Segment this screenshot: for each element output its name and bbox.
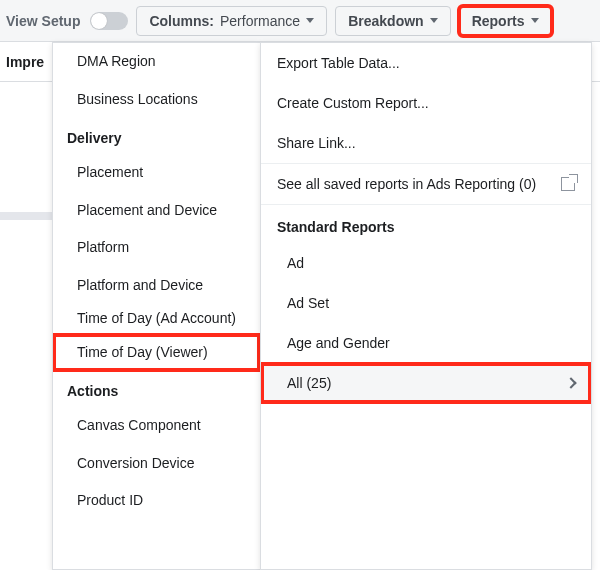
columns-dropdown[interactable]: Columns: Performance bbox=[136, 6, 327, 36]
label: Share Link... bbox=[277, 135, 356, 151]
toolbar: View Setup Columns: Performance Breakdow… bbox=[0, 0, 600, 42]
menu-item-report-all[interactable]: All (25) bbox=[261, 363, 591, 403]
label: Export Table Data... bbox=[277, 55, 400, 71]
label: All (25) bbox=[287, 375, 331, 391]
left-gutter bbox=[0, 82, 52, 220]
menu-item-tod-account[interactable]: Time of Day (Ad Account) bbox=[53, 304, 260, 334]
column-impressions[interactable]: Impre bbox=[0, 54, 52, 70]
chevron-right-icon bbox=[565, 377, 576, 388]
breakdown-menu: DMA Region Business Locations Delivery P… bbox=[52, 42, 260, 570]
menu-item-dma-region[interactable]: DMA Region bbox=[53, 43, 260, 81]
external-link-icon bbox=[561, 177, 575, 191]
menu-item-business-locations[interactable]: Business Locations bbox=[53, 81, 260, 119]
menu-item-saved-reports[interactable]: See all saved reports in Ads Reporting (… bbox=[261, 164, 591, 204]
label: Create Custom Report... bbox=[277, 95, 429, 111]
chevron-down-icon bbox=[306, 18, 314, 23]
reports-label: Reports bbox=[472, 13, 525, 29]
chevron-down-icon bbox=[531, 18, 539, 23]
view-setup-toggle[interactable] bbox=[90, 12, 128, 30]
columns-prefix: Columns: bbox=[149, 13, 214, 29]
label: Ad Set bbox=[287, 295, 329, 311]
menu-item-export-table[interactable]: Export Table Data... bbox=[261, 43, 591, 83]
menu-item-share-link[interactable]: Share Link... bbox=[261, 123, 591, 163]
dropdown-panels: DMA Region Business Locations Delivery P… bbox=[52, 42, 592, 570]
columns-value: Performance bbox=[220, 13, 300, 29]
menu-item-platform-device[interactable]: Platform and Device bbox=[53, 267, 260, 305]
reports-dropdown[interactable]: Reports bbox=[459, 6, 552, 36]
menu-item-create-custom-report[interactable]: Create Custom Report... bbox=[261, 83, 591, 123]
menu-item-placement-device[interactable]: Placement and Device bbox=[53, 192, 260, 230]
reports-menu: Export Table Data... Create Custom Repor… bbox=[260, 42, 592, 570]
menu-item-product-id[interactable]: Product ID bbox=[53, 482, 260, 520]
label: See all saved reports in Ads Reporting (… bbox=[277, 176, 536, 192]
menu-item-report-ad[interactable]: Ad bbox=[261, 243, 591, 283]
menu-item-canvas-component[interactable]: Canvas Component bbox=[53, 407, 260, 445]
menu-item-conversion-device[interactable]: Conversion Device bbox=[53, 445, 260, 483]
menu-item-report-adset[interactable]: Ad Set bbox=[261, 283, 591, 323]
chevron-down-icon bbox=[430, 18, 438, 23]
label: Ad bbox=[287, 255, 304, 271]
scroll-indicator bbox=[0, 212, 52, 220]
view-setup-label: View Setup bbox=[6, 13, 80, 29]
breakdown-dropdown[interactable]: Breakdown bbox=[335, 6, 450, 36]
menu-group-actions: Actions bbox=[53, 371, 260, 407]
breakdown-label: Breakdown bbox=[348, 13, 423, 29]
menu-group-delivery: Delivery bbox=[53, 118, 260, 154]
menu-item-platform[interactable]: Platform bbox=[53, 229, 260, 267]
menu-item-tod-viewer[interactable]: Time of Day (Viewer) bbox=[53, 334, 260, 372]
standard-reports-header: Standard Reports bbox=[261, 205, 591, 243]
menu-item-report-age-gender[interactable]: Age and Gender bbox=[261, 323, 591, 363]
menu-item-placement[interactable]: Placement bbox=[53, 154, 260, 192]
label: Age and Gender bbox=[287, 335, 390, 351]
